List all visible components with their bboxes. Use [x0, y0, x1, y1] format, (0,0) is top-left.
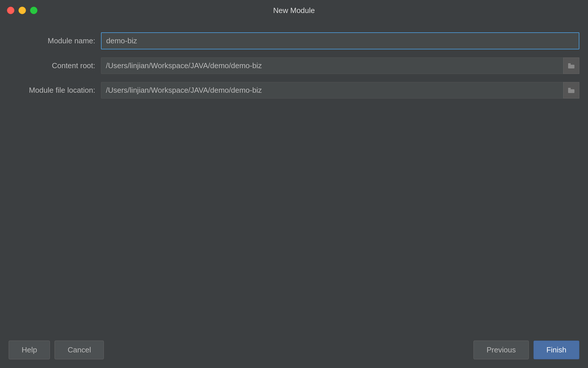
content-root-input[interactable] [101, 57, 579, 74]
svg-rect-0 [568, 65, 574, 68]
module-file-location-browse-button[interactable] [563, 82, 579, 98]
button-left-group: Help Cancel [9, 341, 104, 359]
title-bar: New Module [0, 0, 588, 21]
cancel-button[interactable]: Cancel [55, 341, 104, 359]
content-root-browse-button[interactable] [563, 57, 579, 74]
content-root-row: Content root: [9, 57, 579, 74]
close-button[interactable] [7, 7, 14, 14]
content-root-label: Content root: [9, 61, 101, 70]
module-file-location-input[interactable] [101, 82, 579, 98]
module-name-input-wrapper [101, 32, 579, 49]
dialog-content: Module name: Content root: Module file l… [0, 21, 588, 335]
minimize-button[interactable] [18, 7, 26, 14]
help-button[interactable]: Help [9, 341, 50, 359]
traffic-lights [7, 7, 38, 14]
finish-button[interactable]: Finish [533, 341, 579, 359]
module-name-input[interactable] [101, 32, 579, 49]
svg-rect-2 [568, 89, 574, 93]
module-name-row: Module name: [9, 32, 579, 49]
button-right-group: Previous Finish [473, 341, 579, 359]
module-file-location-input-wrapper [101, 82, 579, 98]
svg-rect-1 [568, 63, 571, 65]
module-name-label: Module name: [9, 36, 101, 45]
module-file-location-row: Module file location: [9, 82, 579, 98]
previous-button[interactable]: Previous [473, 341, 529, 359]
content-root-input-wrapper [101, 57, 579, 74]
dialog-title: New Module [273, 6, 315, 15]
maximize-button[interactable] [30, 7, 38, 14]
svg-rect-3 [568, 88, 571, 90]
module-file-location-label: Module file location: [9, 86, 101, 95]
button-bar: Help Cancel Previous Finish [0, 335, 588, 368]
